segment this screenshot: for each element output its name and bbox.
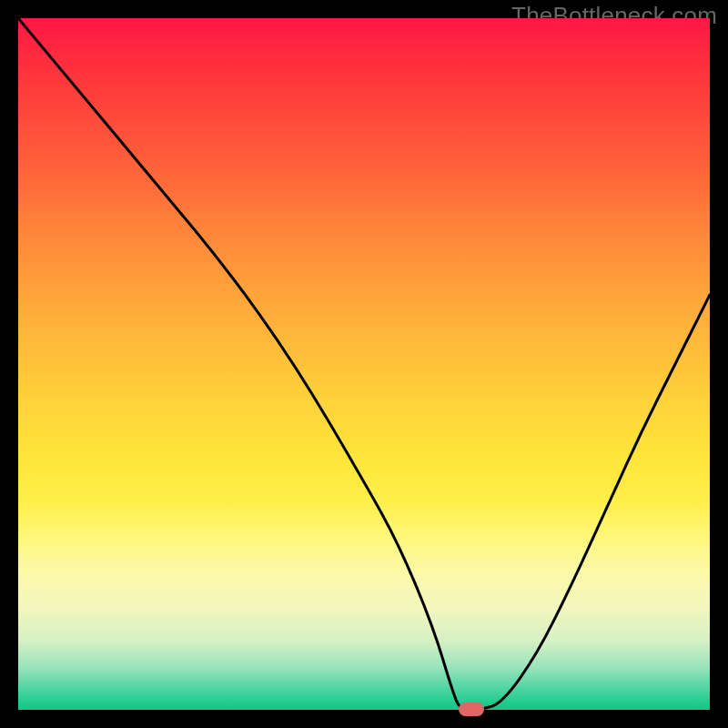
optimal-point-marker xyxy=(459,703,484,716)
plot-area xyxy=(18,18,710,710)
chart-container: TheBottleneck.com xyxy=(0,0,728,728)
bottleneck-curve xyxy=(18,18,710,710)
